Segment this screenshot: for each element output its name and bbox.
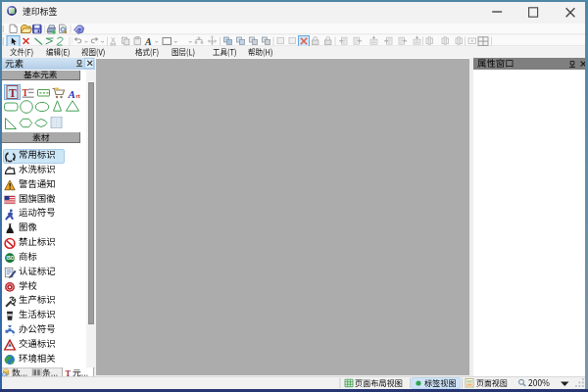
svg-text:A: A	[144, 35, 152, 46]
svg-text:ISO: ISO	[7, 256, 15, 261]
